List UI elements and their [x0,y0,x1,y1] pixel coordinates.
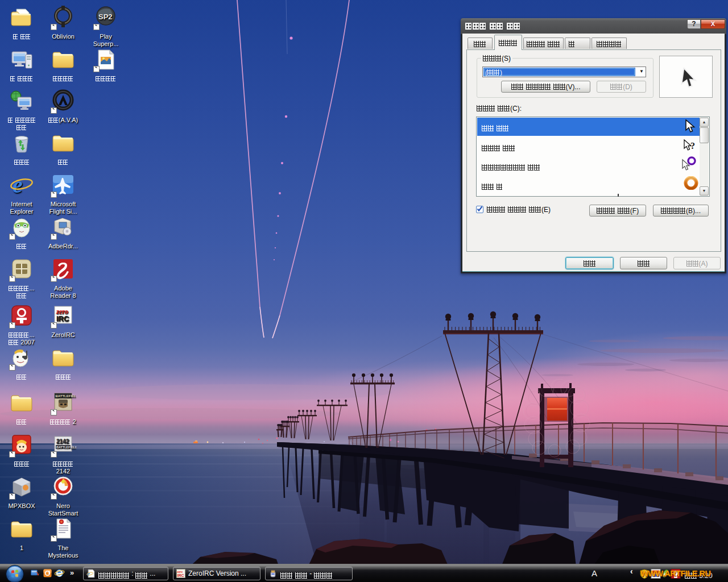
svg-text:BATTLEFIELD: BATTLEFIELD [56,446,76,449]
svg-text:BATTLEFIELD: BATTLEFIELD [56,394,77,398]
svg-text:2142: 2142 [56,438,69,444]
svg-text:SP2: SP2 [98,13,113,21]
svg-text:e: e [13,172,23,198]
svg-text:IRC: IRC [56,314,69,323]
svg-text:?: ? [690,141,695,151]
svg-text:IRC: IRC [177,573,184,577]
